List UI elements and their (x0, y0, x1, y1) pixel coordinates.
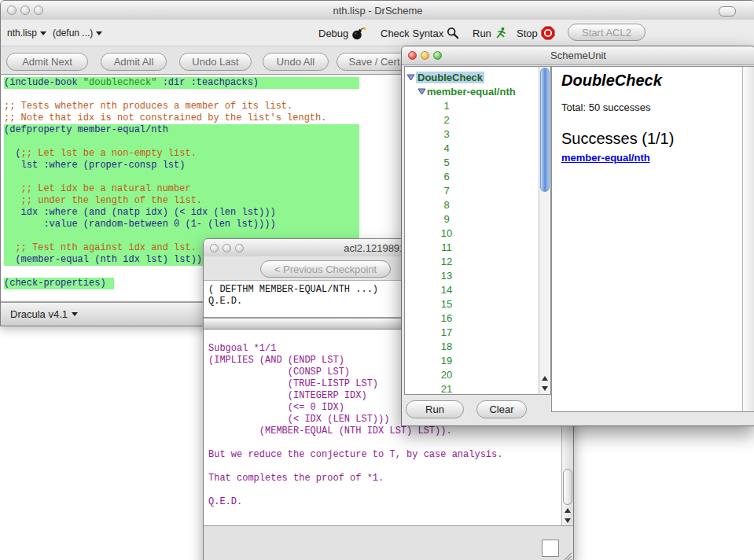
tree-number-item[interactable]: 20 (406, 367, 550, 381)
scroll-up-button[interactable] (562, 505, 573, 515)
tree-number-item[interactable]: 1 (406, 98, 550, 112)
run-tests-button[interactable]: Run (406, 400, 464, 418)
admit-next-button[interactable]: Admit Next (6, 53, 88, 71)
tree-number-item[interactable]: 18 (406, 339, 550, 353)
tree-number-item[interactable]: 5 (406, 155, 550, 169)
check-syntax-label: Check Syntax (381, 28, 443, 39)
results-pane[interactable]: DoubleCheck Total: 50 successes Successe… (551, 66, 754, 412)
test-link[interactable]: member-equal/nth (561, 152, 650, 164)
stop-icon (541, 26, 555, 40)
acl2-window-controls (210, 239, 244, 256)
runner-icon (495, 27, 508, 39)
tree-scrollbar[interactable] (539, 67, 550, 394)
scroll-down-button[interactable] (562, 515, 573, 525)
admit-all-button[interactable]: Admit All (101, 53, 167, 71)
tree-item-doublecheck[interactable]: DoubleCheck (406, 70, 550, 84)
tree-number-item[interactable]: 11 (406, 240, 550, 254)
scrollbar-thumb[interactable] (563, 469, 572, 505)
results-scrollbar[interactable] (742, 67, 754, 411)
close-button[interactable] (210, 244, 219, 252)
test-tree-pane[interactable]: DoubleCheck member-equal/nth 1 2 (404, 66, 551, 395)
proof-line: Q.E.D. (208, 496, 559, 508)
results-heading: DoubleCheck (561, 72, 738, 90)
window-title: nth.lisp - DrScheme (1, 1, 754, 20)
chevron-down-icon (96, 31, 102, 35)
desktop: nth.lisp - DrScheme nth.lisp (defun ...)… (0, 0, 754, 560)
run-label: Run (473, 28, 491, 39)
disclosure-triangle-icon[interactable] (406, 73, 415, 81)
minimize-button[interactable] (223, 244, 231, 252)
previous-checkpoint-label: < Previous Checkpoint (274, 263, 377, 275)
close-button[interactable] (408, 51, 417, 60)
proof-line (208, 461, 559, 473)
scroll-up-button[interactable] (539, 373, 550, 383)
minimize-button[interactable] (20, 6, 30, 15)
proof-line: That completes the proof of *1. (208, 473, 559, 484)
drscheme-toolbar: nth.lisp (defun ...) Debug (1, 20, 754, 46)
schemeunit-window-controls (408, 46, 442, 64)
tree-number-item[interactable]: 14 (406, 282, 550, 297)
start-acl2-button[interactable]: Start ACL2 (568, 24, 645, 41)
drscheme-titlebar[interactable]: nth.lisp - DrScheme (1, 1, 754, 20)
tree-number-item[interactable]: 16 (406, 311, 550, 325)
lock-checkbox[interactable] (542, 540, 559, 557)
acl2-bottom-bar (204, 526, 573, 560)
undo-all-button[interactable]: Undo All (263, 53, 329, 71)
tree-number-item[interactable]: 2 (406, 112, 550, 127)
undo-all-label: Undo All (277, 56, 314, 68)
disclosure-triangle-icon[interactable] (417, 87, 426, 95)
results-total: Total: 50 successes (561, 101, 738, 113)
filename-menu[interactable]: nth.lisp (7, 26, 46, 40)
close-button[interactable] (7, 6, 17, 15)
scrollbar-thumb[interactable] (540, 68, 550, 192)
stop-button[interactable]: Stop (517, 24, 555, 42)
magnifier-icon (447, 27, 459, 39)
resize-grip-icon[interactable] (560, 550, 572, 560)
undo-last-button[interactable]: Undo Last (179, 53, 252, 71)
undo-last-label: Undo Last (192, 56, 238, 68)
filename-menu-label: nth.lisp (7, 28, 37, 39)
toolbar-toggle-button[interactable] (719, 6, 736, 17)
tree-item-member-equal-nth[interactable]: member-equal/nth (417, 84, 550, 98)
minimize-button[interactable] (421, 51, 429, 60)
language-label: Dracula v4.1 (10, 308, 68, 320)
chevron-down-icon (72, 312, 78, 316)
proof-line: But we reduce the conjecture to T, by ca… (208, 449, 559, 461)
tree-child-label: member-equal/nth (427, 86, 516, 98)
debug-label: Debug (318, 28, 348, 39)
clear-label: Clear (489, 403, 513, 415)
proof-line (208, 484, 559, 496)
proof-line (208, 437, 559, 449)
check-syntax-button[interactable]: Check Syntax (381, 24, 459, 42)
start-acl2-label: Start ACL2 (582, 27, 631, 39)
language-menu[interactable]: Dracula v4.1 (10, 308, 78, 320)
clear-button[interactable]: Clear (476, 400, 527, 418)
zoom-button[interactable] (433, 51, 442, 60)
tree-number-item[interactable]: 8 (406, 197, 550, 212)
tree-number-item[interactable]: 21 (406, 381, 550, 395)
schemeunit-titlebar[interactable]: SchemeUnit (402, 46, 754, 65)
tree-number-item[interactable]: 17 (406, 325, 550, 339)
tree-number-item[interactable]: 15 (406, 297, 550, 311)
tree-number-item[interactable]: 13 (406, 268, 550, 282)
tree-number-item[interactable]: 6 (406, 169, 550, 183)
defun-menu[interactable]: (defun ...) (53, 26, 102, 40)
debug-button[interactable]: Debug (318, 24, 366, 42)
zoom-button[interactable] (34, 6, 43, 15)
run-tests-label: Run (425, 403, 444, 415)
tree-number-item[interactable]: 19 (406, 353, 550, 367)
tree-number-item[interactable]: 12 (406, 254, 550, 268)
tree-number-item[interactable]: 7 (406, 183, 550, 197)
tree-number-item[interactable]: 3 (406, 127, 550, 141)
previous-checkpoint-button[interactable]: < Previous Checkpoint (260, 260, 391, 278)
proof-line: (MEMBER-EQUAL (NTH IDX LST) LST)). (208, 426, 559, 437)
tree-number-item[interactable]: 9 (406, 212, 550, 226)
run-button[interactable]: Run (473, 24, 508, 42)
tree-number-item[interactable]: 10 (406, 226, 550, 240)
scroll-down-button[interactable] (539, 383, 550, 393)
tree-number-item[interactable]: 4 (406, 141, 550, 155)
window-title: SchemeUnit (402, 46, 754, 64)
tree-number-list: 1 2 3 4 5 (406, 98, 550, 395)
admit-next-label: Admit Next (22, 56, 72, 68)
zoom-button[interactable] (235, 244, 244, 252)
